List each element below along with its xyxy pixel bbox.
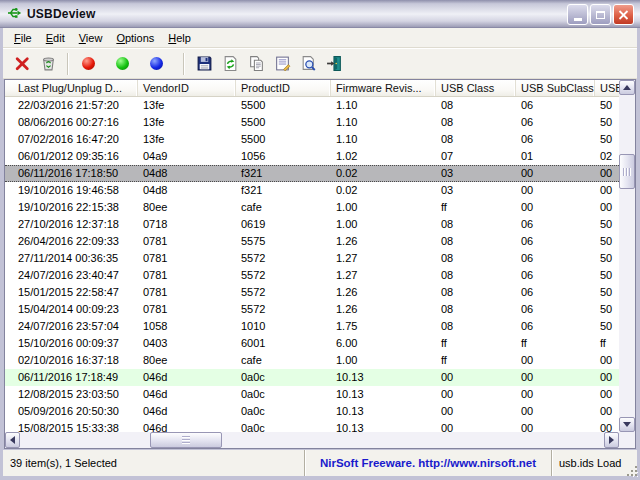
column-header-2[interactable]: ProductID [236,80,331,97]
uninstall-button[interactable] [9,51,35,77]
menu-edit[interactable]: Edit [39,30,72,46]
table-row[interactable]: 02/10/2016 16:37:1880eecafe1.00ff0000 [5,352,619,369]
table-cell: 80ee [138,352,236,369]
red-ball-button[interactable] [75,51,101,77]
table-cell: 046d [138,386,236,403]
minimize-icon [574,18,582,21]
titlebar[interactable]: USBDeview [0,0,640,28]
column-header-6[interactable]: USB P... [595,80,619,97]
menu-view[interactable]: View [72,30,110,46]
menu-file[interactable]: File [7,30,39,46]
thumb-grip [623,168,632,176]
table-row[interactable]: 27/10/2016 12:37:18071806191.00080650 [5,216,619,233]
table-cell: 1.75 [331,318,436,335]
table-cell: 0a0c [236,420,331,432]
table-row[interactable]: 15/04/2014 00:09:23078155721.26080650 [5,301,619,318]
table-row[interactable]: 08/06/2016 00:27:1613fe55001.10080650 [5,114,619,131]
table-cell: 00 [595,199,619,216]
table-cell: 04a9 [138,148,236,165]
table-row[interactable]: 12/08/2015 23:03:50046d0a0c10.13000000 [5,386,619,403]
copy-button[interactable] [243,51,269,77]
scroll-right-button[interactable] [604,432,619,448]
column-header-1[interactable]: VendorID [138,80,236,97]
table-cell: 00 [436,369,516,386]
exit-door-icon [326,55,343,72]
table-cell: 10.13 [331,369,436,386]
table-cell: 1.10 [331,97,436,114]
vertical-scrollbar[interactable] [619,80,635,432]
table-row[interactable]: 15/08/2015 15:33:38046d0a0c10.13000000 [5,420,619,432]
table-row[interactable]: 15/10/2016 00:09:37040360016.00ffffff [5,335,619,352]
resize-grip[interactable] [626,465,639,478]
menu-help[interactable]: Help [161,30,198,46]
table-cell: 06/11/2016 17:18:50 [5,166,138,181]
horizontal-scroll-thumb[interactable] [150,432,222,448]
table-row[interactable]: 15/01/2015 22:58:47078155721.26080650 [5,284,619,301]
device-list: Last Plug/Unplug D...VendorIDProductIDFi… [4,79,636,449]
scroll-left-button[interactable] [5,432,20,448]
floppy-save-icon [196,55,213,72]
table-row[interactable]: 22/03/2016 21:57:2013fe55001.10080650 [5,97,619,114]
table-cell: 06 [516,97,595,114]
exit-button[interactable] [321,51,347,77]
table-cell: 6.00 [331,335,436,352]
table-cell: 15/08/2015 15:33:38 [5,420,138,432]
table-cell: 5572 [236,284,331,301]
table-row[interactable]: 05/09/2016 20:50:30046d0a0c10.13000000 [5,403,619,420]
table-cell: 00 [436,386,516,403]
trash-recycle-icon [40,55,57,72]
find-button[interactable] [295,51,321,77]
table-cell: 08 [436,216,516,233]
maximize-button[interactable] [590,4,611,25]
table-row[interactable]: 06/01/2012 09:35:1604a910561.02070102 [5,148,619,165]
table-cell: 1.02 [331,148,436,165]
table-row[interactable]: 06/11/2016 17:18:49046d0a0c10.13000000 [5,369,619,386]
arrow-up-icon [623,81,631,90]
table-cell: 5500 [236,114,331,131]
usbids-status-text: usb.ids Load [559,457,621,469]
table-row[interactable]: 26/04/2016 22:09:33078155751.26080650 [5,233,619,250]
column-header-4[interactable]: USB Class [436,80,516,97]
table-cell: 50 [595,97,619,114]
table-cell: cafe [236,352,331,369]
table-cell: 1056 [236,148,331,165]
blue-ball-button[interactable] [143,51,169,77]
table-row[interactable]: 19/10/2016 19:46:5804d8f3210.02030000 [5,182,619,199]
table-cell: 0619 [236,216,331,233]
table-row[interactable]: 24/07/2016 23:57:04105810101.75080650 [5,318,619,335]
remove-device-button[interactable] [35,51,61,77]
horizontal-scrollbar[interactable] [5,432,619,448]
table-row[interactable]: 07/02/2016 16:47:2013fe55001.10080650 [5,131,619,148]
table-cell: ff [436,199,516,216]
vertical-scroll-thumb[interactable] [619,154,635,189]
table-row[interactable]: 27/11/2014 00:36:35078155721.27080650 [5,250,619,267]
refresh-icon [222,55,239,72]
table-cell: 10.13 [331,403,436,420]
table-cell: f321 [236,166,331,181]
table-cell: 07/02/2016 16:47:20 [5,131,138,148]
toolbar [3,48,637,79]
properties-button[interactable] [269,51,295,77]
menu-options[interactable]: Options [109,30,161,46]
save-button[interactable] [191,51,217,77]
table-body: 22/03/2016 21:57:2013fe55001.1008065008/… [5,97,619,432]
table-cell: 5572 [236,267,331,284]
column-header-0[interactable]: Last Plug/Unplug D... [5,80,138,97]
minimize-button[interactable] [567,4,588,25]
refresh-button[interactable] [217,51,243,77]
column-header-3[interactable]: Firmware Revis... [331,80,436,97]
table-cell: 1058 [138,318,236,335]
column-header-5[interactable]: USB SubClass [516,80,595,97]
table-cell: ff [436,352,516,369]
table-cell: 50 [595,216,619,233]
red-ball-icon [82,57,95,70]
menubar: File Edit View Options Help [3,28,637,48]
table-row[interactable]: 06/11/2016 17:18:5004d8f3210.02030000 [5,165,619,182]
scroll-up-button[interactable] [619,80,635,95]
close-button[interactable] [613,4,634,25]
table-row[interactable]: 19/10/2016 22:15:3880eecafe1.00ff0000 [5,199,619,216]
green-ball-button[interactable] [109,51,135,77]
table-row[interactable]: 24/07/2016 23:40:47078155721.27080650 [5,267,619,284]
table-cell: 06 [516,284,595,301]
scroll-down-button[interactable] [619,417,635,432]
